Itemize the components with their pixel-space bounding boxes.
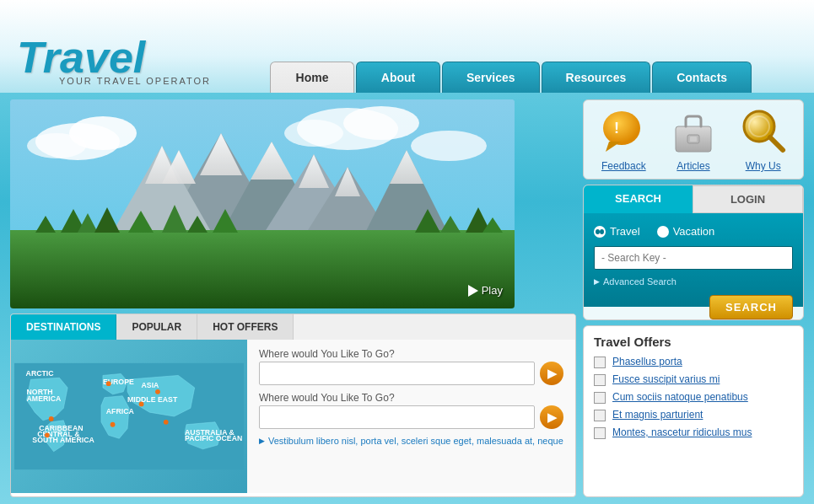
destination-go-2[interactable]: ▶ [540, 405, 563, 429]
quick-link-whyus[interactable]: Why Us [738, 109, 789, 172]
destination-input-2[interactable] [259, 405, 535, 429]
travel-offers-panel: Travel Offers Phasellus porta Fusce susc… [583, 325, 804, 497]
svg-point-51 [139, 402, 144, 407]
svg-point-48 [49, 416, 54, 421]
offer-checkbox-4[interactable] [594, 410, 606, 421]
play-button[interactable]: Play [468, 284, 503, 297]
dest-article-link[interactable]: Vestibulum libero nisl, porta vel, scele… [259, 436, 563, 446]
svg-line-63 [770, 137, 783, 150]
offer-link-3[interactable]: Cum sociis natoque penatibus [612, 391, 748, 403]
offer-item: Montes, nascetur ridiculus mus [594, 426, 793, 439]
quick-link-feedback[interactable]: ! Feedback [598, 109, 649, 172]
nav-contacts[interactable]: Contacts [652, 62, 752, 93]
go-arrow-icon-2: ▶ [547, 410, 557, 424]
quick-links: ! Feedback [583, 99, 804, 180]
articles-label: Articles [677, 160, 709, 172]
offer-item: Fusce suscipit varius mi [594, 373, 793, 386]
play-icon [468, 285, 478, 297]
svg-point-7 [411, 131, 487, 161]
offer-link-2[interactable]: Fusce suscipit varius mi [612, 373, 720, 385]
radio-travel-label: Travel [610, 225, 640, 238]
search-button[interactable]: SEARCH [709, 295, 793, 319]
svg-rect-22 [10, 230, 515, 308]
right-column: ! Feedback [576, 99, 804, 497]
offer-item: Et magnis parturient [594, 409, 793, 421]
radio-dot [596, 229, 600, 234]
travel-offers-title: Travel Offers [594, 335, 793, 349]
tab-search[interactable]: SEARCH [584, 185, 693, 213]
svg-point-53 [111, 422, 116, 427]
radio-vacation-circle [657, 226, 669, 238]
svg-point-5 [343, 106, 419, 140]
svg-text:AMERICA: AMERICA [27, 394, 62, 403]
header: Travel YOUR TRAVEL OPERATOR Home About S… [0, 0, 814, 93]
tab-popular[interactable]: POPULAR [116, 314, 197, 340]
hero-image: Play [10, 99, 515, 308]
svg-point-3 [27, 133, 86, 158]
svg-text:!: ! [614, 120, 619, 137]
search-radio-row: Travel Vacation [594, 225, 793, 238]
offer-checkbox-1[interactable] [594, 357, 606, 368]
svg-text:AFRICA: AFRICA [106, 407, 135, 416]
tab-login[interactable]: LOGIN [693, 185, 803, 213]
dest-input-row-2: ▶ [259, 405, 563, 429]
radio-vacation-label: Vacation [673, 225, 715, 238]
whyus-icon-container [738, 109, 789, 155]
svg-rect-60 [690, 137, 697, 142]
feedback-icon-container: ! [598, 109, 649, 155]
destination-form: Where would You Like To Go? ▶ Where woul… [247, 340, 575, 493]
whyus-icon [739, 108, 788, 157]
feedback-icon: ! [599, 108, 648, 157]
offer-item: Phasellus porta [594, 356, 793, 368]
quick-link-articles[interactable]: Articles [668, 109, 719, 172]
nav-home[interactable]: Home [270, 62, 354, 93]
svg-text:SOUTH AMERICA: SOUTH AMERICA [32, 436, 94, 444]
go-arrow-icon: ▶ [547, 367, 557, 380]
svg-marker-56 [606, 142, 621, 152]
offer-link-1[interactable]: Phasellus porta [612, 356, 682, 367]
main-content: Play DESTINATIONS POPULAR HOT OFFERS [0, 93, 814, 504]
left-column: Play DESTINATIONS POPULAR HOT OFFERS [10, 99, 576, 497]
destinations-panel: DESTINATIONS POPULAR HOT OFFERS [10, 314, 576, 497]
radio-travel[interactable]: Travel [594, 225, 640, 238]
dest-label-1: Where would You Like To Go? [259, 348, 563, 360]
tab-hot-offers[interactable]: HOT OFFERS [197, 314, 294, 340]
destination-input-1[interactable] [259, 362, 535, 385]
search-body: Travel Vacation Advanced Search SEARCH [584, 213, 803, 307]
whyus-label: Why Us [746, 160, 781, 172]
svg-text:MIDDLE EAST: MIDDLE EAST [127, 395, 178, 404]
svg-point-54 [164, 420, 169, 425]
map-area: ARCTIC NORTH AMERICA EUROPE ASIA MIDDLE … [11, 340, 247, 493]
offer-link-4[interactable]: Et magnis parturient [612, 409, 703, 421]
nav-services[interactable]: Services [442, 62, 540, 93]
radio-vacation[interactable]: Vacation [657, 225, 715, 238]
dest-input-row-1: ▶ [259, 362, 563, 385]
svg-point-50 [155, 389, 160, 394]
nav-about[interactable]: About [356, 62, 440, 93]
play-label: Play [482, 284, 503, 297]
offer-checkbox-5[interactable] [594, 427, 606, 439]
search-login-panel: SEARCH LOGIN Travel Vacation [583, 185, 804, 320]
logo: Travel YOUR TRAVEL OPERATOR [0, 27, 270, 93]
feedback-label: Feedback [601, 160, 646, 172]
svg-point-6 [284, 120, 343, 147]
radio-travel-circle [594, 226, 606, 238]
svg-text:PACIFIC OCEAN: PACIFIC OCEAN [185, 434, 242, 442]
search-key-input[interactable] [594, 246, 793, 270]
nav-resources[interactable]: Resources [542, 62, 651, 93]
destinations-tabs: DESTINATIONS POPULAR HOT OFFERS [11, 314, 575, 340]
articles-icon [669, 108, 718, 157]
logo-text: Travel [17, 35, 253, 79]
svg-text:ASIA: ASIA [142, 381, 160, 389]
offer-checkbox-2[interactable] [594, 374, 606, 386]
nav: Home About Services Resources Contacts [270, 62, 752, 93]
advanced-search-link[interactable]: Advanced Search [594, 276, 793, 287]
offer-checkbox-3[interactable] [594, 392, 606, 404]
tab-destinations[interactable]: DESTINATIONS [11, 314, 116, 340]
articles-icon-container [668, 109, 719, 155]
svg-point-49 [106, 381, 111, 386]
svg-point-52 [45, 432, 50, 437]
destination-go-1[interactable]: ▶ [540, 362, 563, 385]
svg-text:ARCTIC: ARCTIC [26, 369, 55, 378]
offer-link-5[interactable]: Montes, nascetur ridiculus mus [612, 426, 752, 438]
